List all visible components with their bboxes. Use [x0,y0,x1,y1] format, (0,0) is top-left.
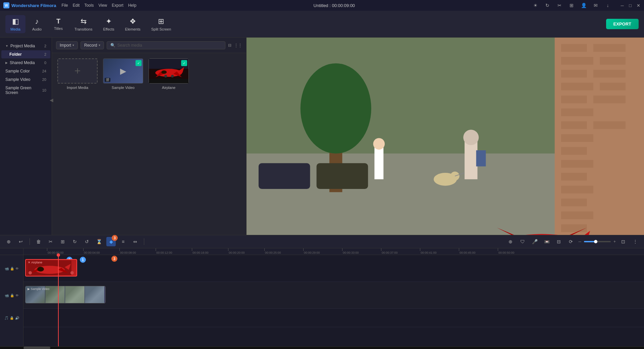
zoom-slider[interactable] [584,241,611,242]
svg-rect-19 [561,70,587,78]
zoom-plus[interactable]: + [613,239,616,244]
audio-button[interactable]: ≡ [118,237,128,246]
sample-video-thumb: ▶ 🎬 ✓ [103,58,143,84]
right-resize-handle[interactable] [70,271,74,275]
add-track-button[interactable]: ⊕ [4,237,13,246]
crop-button[interactable]: ⊞ [58,237,67,246]
more-icon[interactable]: ⋮ [631,237,640,246]
timeline-mic-icon[interactable]: 🎤 [530,237,539,246]
timeline-loop-icon[interactable]: ⟳ [566,237,576,246]
track-1-type-icon: 📹 [5,267,9,270]
chevron-right-icon: ▶ [5,61,8,64]
mirror-button[interactable]: ↺ [82,237,92,246]
zoom-fit-icon[interactable]: ⊡ [619,237,628,246]
audio-lock-icon[interactable]: 🔒 [10,316,14,320]
mail-icon[interactable]: ✉ [592,2,599,9]
sidebar-item-sample-color[interactable]: Sample Color 24 [1,67,50,75]
sample-color-label: Sample Color [5,69,30,73]
sidebar-item-project-media[interactable]: ▼ Project Media 2 [1,42,50,50]
download-icon[interactable]: ↓ [604,2,611,9]
timeline-shield-icon[interactable]: 🛡 [518,237,527,246]
scissors-icon[interactable]: ✂ [556,2,563,9]
toolbar-transitions[interactable]: ⇆ Transitions [70,15,97,33]
toolbar-audio[interactable]: ♪ Audio [27,15,47,33]
scrollbar-thumb[interactable] [23,347,50,349]
sample-video-item[interactable]: ▶ 🎬 ✓ Sample Video [103,58,143,90]
audio-vol-icon[interactable]: 🔊 [15,316,19,320]
sidebar-item-folder[interactable]: Folder 2 [1,50,50,58]
toolbar-split-screen[interactable]: ⊞ Split Screen [147,15,176,33]
timeline-scrollbar[interactable] [0,346,644,349]
toolbar-effects[interactable]: ✦ Effects [98,15,119,33]
track-1-eye-icon[interactable]: 👁 [15,267,19,270]
svg-rect-41 [259,163,310,189]
grid-view-icon[interactable]: ⋮⋮ [234,43,242,48]
timeline-right-controls: ⊕ 🛡 🎤 📼 ⊟ ⟳ ─ + ⊡ ⋮ [506,237,640,246]
keyframe-badge: 3 [112,235,118,241]
track-2-eye-icon[interactable]: 👁 [15,294,19,297]
zoom-minus[interactable]: ─ [578,239,581,244]
timeline-record-icon[interactable]: 📼 [542,237,551,246]
tracks-scroll-area[interactable]: 00:00:00:00 00:00:04:00 00:00:08:00 00:0… [23,248,644,346]
menu-edit[interactable]: Edit [73,3,80,8]
left-resize-handle[interactable] [29,271,32,275]
search-box[interactable]: 🔍 Search media [107,41,225,49]
filter-icon[interactable]: ⊟ [228,43,231,48]
close-button[interactable]: ✕ [636,3,641,8]
sidebar-item-sample-green[interactable]: Sample Green Screen 10 [1,84,50,97]
settings-icon[interactable]: ☀ [532,2,539,9]
menu-file[interactable]: File [61,3,68,8]
ruler-mark-10: 00:00:41:00 [420,248,459,255]
airplane-clip[interactable]: ✕ Airplane [25,259,77,277]
track-1-lock-icon[interactable]: 🔒 [10,267,14,270]
main-area: ▼ Project Media 2 Folder 2 ▶ Shared Medi… [0,38,644,235]
person-icon[interactable]: 👤 [580,2,587,9]
titles-icon: T [56,17,60,25]
toolbar-elements[interactable]: ❖ Elements [120,15,145,33]
sample-green-count: 10 [42,88,46,92]
track-2-lock-icon[interactable]: 🔒 [10,294,14,297]
transitions-icon: ⇆ [80,17,87,26]
menu-tools[interactable]: Tools [84,3,94,8]
toolbar-titles[interactable]: T Titles [48,15,68,33]
grid-icon[interactable]: ⊞ [568,2,575,9]
export-button[interactable]: EXPORT [606,19,639,29]
sample-video-clip-label: ▶ Sample Video [28,287,49,291]
record-dropdown[interactable]: Record ▾ [80,41,104,49]
sample-video-clip[interactable]: ▶ Sample Video [25,286,106,303]
svg-point-7 [161,70,167,74]
timeline-crop-icon[interactable]: ⊟ [554,237,564,246]
delete-button[interactable]: 🗑 [34,237,43,246]
speed-button[interactable]: ⌛ [94,237,104,246]
svg-point-47 [450,171,460,181]
titlebar-menu[interactable]: File Edit Tools View Export Help [61,3,136,8]
menu-export[interactable]: Export [112,3,123,8]
sidebar-item-sample-video[interactable]: Sample Video 20 [1,76,50,84]
timeline-add-icon[interactable]: ⊕ [506,237,515,246]
undo-button[interactable]: ↩ [16,237,25,246]
minimize-button[interactable]: ─ [620,3,625,8]
airplane-item[interactable]: ✓ Airplane [149,58,189,90]
rotate-button[interactable]: ↻ [70,237,79,246]
toolbar-media[interactable]: ◧ Media [5,15,25,33]
motion-button[interactable]: ⇔ [130,237,140,246]
timeline-toolbar: ⊕ ↩ 🗑 ✂ ⊞ ↻ ↺ ⌛ ◆ 3 ≡ ⇔ ⊕ 🛡 🎤 📼 ⊟ ⟳ ─ + [0,235,644,248]
menu-view[interactable]: View [98,3,107,8]
sync-icon[interactable]: ↻ [544,2,551,9]
maximize-button[interactable]: □ [628,3,633,8]
audio-label: Audio [32,27,42,31]
window-title: Untitled : 00:00:09:00 [314,3,355,8]
svg-point-44 [463,130,479,145]
project-media-label: Project Media [10,44,35,48]
timeline-content: 📹 🔒 👁 📹 🔒 👁 🎵 🔒 🔊 [0,248,644,346]
airplane-thumb: ✓ [149,58,189,84]
menu-help[interactable]: Help [128,3,137,8]
cut-button[interactable]: ✂ [46,237,55,246]
sidebar-item-shared-media[interactable]: ▶ Shared Media 0 [1,59,50,67]
keyframe-btn-wrapper: ◆ 3 [106,237,116,246]
window-controls[interactable]: ─ □ ✕ [620,3,641,8]
import-media-item[interactable]: + Import Media [57,58,98,90]
video-format-label: 🎬 [105,78,110,82]
sidebar-collapse-arrow[interactable]: ◀ [50,97,52,103]
import-dropdown[interactable]: Import ▾ [56,41,78,49]
